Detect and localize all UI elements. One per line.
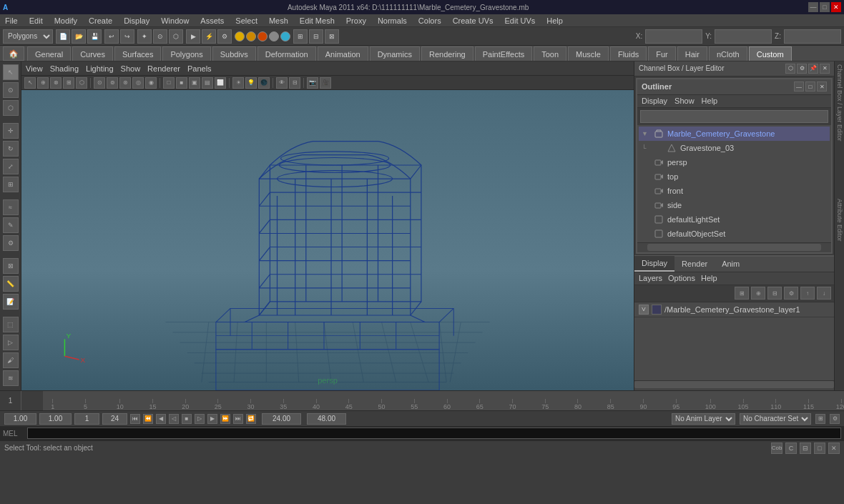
outliner-max-btn[interactable]: □ — [805, 81, 815, 92]
tab-rendering[interactable]: Rendering — [421, 46, 473, 61]
layer-delete-btn[interactable]: ⊟ — [767, 287, 782, 300]
menu-edit[interactable]: Edit — [27, 16, 45, 25]
vp-shading4[interactable]: ▤ — [202, 77, 213, 89]
play-back-btn[interactable]: ◁ — [169, 414, 179, 424]
next-key-btn[interactable]: ⏩ — [220, 414, 230, 424]
color-yellow[interactable] — [235, 31, 245, 41]
prev-key-btn[interactable]: ⏪ — [143, 414, 153, 424]
menu-create-uvs[interactable]: Create UVs — [451, 16, 496, 25]
layer-tab-display[interactable]: Display — [634, 256, 674, 272]
vp-paint-btn[interactable]: ⬡ — [76, 77, 87, 89]
menu-edit-mesh[interactable]: Edit Mesh — [298, 16, 337, 25]
soft-mod-tool[interactable]: ≈ — [3, 199, 19, 215]
layer-btn[interactable]: ⬚ — [3, 317, 19, 332]
vp-cam2[interactable]: 🎥 — [320, 77, 331, 89]
outliner-menu-help[interactable]: Help — [702, 97, 718, 105]
layer-up-btn[interactable]: ↑ — [800, 287, 815, 300]
vp-shading3[interactable]: ▣ — [189, 77, 200, 89]
vp-menu-panels[interactable]: Panels — [187, 64, 212, 73]
layers-menu-options[interactable]: Options — [668, 274, 695, 282]
loop-btn[interactable]: 🔁 — [246, 414, 256, 424]
tab-toon[interactable]: Toon — [534, 46, 566, 61]
tab-painteffects[interactable]: PaintEffects — [475, 46, 533, 61]
tab-surfaces[interactable]: Surfaces — [114, 46, 161, 61]
lasso-tool[interactable]: ⊙ — [3, 82, 19, 98]
vp-menu-shading[interactable]: Shading — [50, 64, 79, 73]
render-btn2[interactable]: ▷ — [3, 335, 19, 350]
play-fwd-btn[interactable]: ▷ — [195, 414, 205, 424]
layers-menu-help[interactable]: Help — [701, 274, 717, 282]
current-time-field[interactable] — [39, 413, 72, 425]
tree-item-5[interactable]: side — [639, 198, 830, 212]
select-btn[interactable]: ✦ — [137, 29, 152, 44]
measure-btn[interactable]: 📏 — [3, 276, 19, 292]
attribute-editor-label[interactable]: Attribute Editor — [836, 199, 843, 242]
menu-proxy[interactable]: Proxy — [344, 16, 368, 25]
misc-btn3[interactable]: ⊠ — [325, 29, 339, 44]
save-btn[interactable]: 💾 — [87, 29, 102, 44]
vp-select-btn[interactable]: ↖ — [24, 77, 36, 89]
layer-color[interactable] — [652, 305, 662, 315]
tab-ncloth[interactable]: nCloth — [709, 46, 747, 61]
stop-btn[interactable]: ■ — [182, 414, 192, 424]
tree-item-6[interactable]: defaultLightSet — [639, 212, 830, 227]
status-right-btn1[interactable]: ⊞ — [815, 414, 825, 424]
vp-snap5[interactable]: ◉ — [145, 77, 157, 89]
tab-animation[interactable]: Animation — [318, 46, 368, 61]
ch-close-btn[interactable]: ✕ — [820, 64, 830, 74]
menu-modify[interactable]: Modify — [52, 16, 79, 25]
vp-menu-show[interactable]: Show — [121, 64, 141, 73]
step-back-btn[interactable]: ◀ — [156, 414, 166, 424]
vp-wire-btn[interactable]: ⬜ — [215, 77, 226, 89]
vp-comp-btn[interactable]: ⊞ — [63, 77, 74, 89]
layers-menu-layers[interactable]: Layers — [639, 274, 662, 282]
color-red[interactable] — [257, 31, 268, 41]
outliner-min-btn[interactable]: — — [794, 81, 804, 92]
bottom-btn-restore[interactable]: ⊟ — [800, 443, 811, 454]
color-cyan[interactable] — [280, 31, 290, 41]
anim-end-field[interactable] — [307, 413, 346, 425]
new-scene-btn[interactable]: 📄 — [56, 29, 70, 44]
menu-colors[interactable]: Colors — [416, 16, 443, 25]
tab-custom[interactable]: Custom — [749, 46, 792, 61]
ch-expand-btn[interactable]: ⬡ — [785, 64, 795, 74]
menu-assets[interactable]: Assets — [198, 16, 226, 25]
range-start-field[interactable] — [74, 413, 99, 425]
goto-end-btn[interactable]: ⏭ — [233, 414, 243, 424]
vp-iso-btn[interactable]: ⊟ — [289, 77, 300, 89]
close-button[interactable]: ✕ — [831, 2, 841, 12]
ch-settings-btn[interactable]: ⚙ — [797, 64, 807, 74]
vp-snap2[interactable]: ⊚ — [107, 77, 118, 89]
hscroll-track[interactable] — [634, 381, 834, 388]
timeline-ruler[interactable]: 1510152025303540455055606570758085909510… — [43, 391, 844, 410]
char-set-select[interactable]: No Character Set — [740, 413, 811, 425]
color-gray[interactable] — [269, 31, 279, 41]
tab-muscle[interactable]: Muscle — [568, 46, 609, 61]
scale-tool[interactable]: ⤢ — [3, 159, 19, 174]
move-tool[interactable]: ✛ — [3, 123, 19, 139]
goto-start-btn[interactable]: ⏮ — [130, 414, 140, 424]
outliner-close-btn[interactable]: ✕ — [817, 81, 827, 92]
paint-btn2[interactable]: 🖌 — [3, 352, 19, 368]
maximize-button[interactable]: □ — [820, 2, 830, 12]
redo-btn[interactable]: ↪ — [120, 29, 134, 44]
menu-file[interactable]: File — [3, 16, 20, 25]
tree-item-1[interactable]: └Gravestone_03 — [639, 141, 830, 155]
vp-cam1[interactable]: 📷 — [307, 77, 318, 89]
step-fwd-btn[interactable]: ▶ — [207, 414, 217, 424]
tree-item-4[interactable]: front — [639, 184, 830, 198]
menu-display[interactable]: Display — [122, 16, 152, 25]
playback-start-field[interactable] — [4, 413, 36, 425]
vp-snap4[interactable]: ◎ — [132, 77, 144, 89]
anim-start-field[interactable] — [262, 413, 301, 425]
vp-menu-renderer[interactable]: Renderer — [147, 64, 180, 73]
vp-obj-btn[interactable]: ⊕ — [37, 77, 49, 89]
bottom-btn-cob[interactable]: Cob — [771, 443, 782, 454]
layer-down-btn[interactable]: ↓ — [817, 287, 831, 300]
annotation-btn[interactable]: 📝 — [3, 294, 19, 310]
vp-shading1[interactable]: □ — [163, 77, 175, 89]
outliner-scroll-track[interactable] — [647, 244, 821, 251]
tab-fur[interactable]: Fur — [648, 46, 676, 61]
anim-layer-select[interactable]: No Anim Layer — [672, 413, 735, 425]
tab-curves[interactable]: Curves — [72, 46, 113, 61]
